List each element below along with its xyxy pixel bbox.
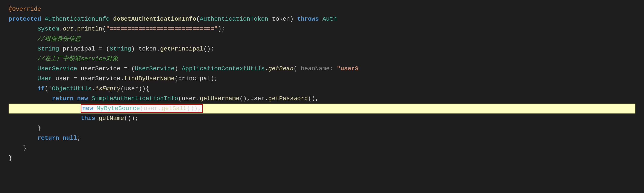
method-name: doGetAuthenticationInfo <box>113 16 196 22</box>
simpleauth-class: SimpleAuthenticationInfo <box>92 95 178 102</box>
new-keyword-2: new <box>82 105 96 112</box>
dot4: . <box>92 85 95 92</box>
param-hint: beanName: <box>301 65 337 72</box>
comment-2-italic: service <box>81 56 106 62</box>
param-type-1: AuthenticationToken <box>200 16 272 22</box>
params-open: ( <box>196 16 200 22</box>
code-line-10: return new SimpleAuthenticationInfo(user… <box>8 94 636 104</box>
code-line-3: System.out.println("====================… <box>8 24 636 34</box>
var-user: user = userService. <box>56 75 124 82</box>
paren-close: ); <box>218 26 225 32</box>
string-equals: "=============================" <box>106 26 218 32</box>
comment-2: //在工厂中获取 <box>37 56 81 62</box>
dot3: . <box>265 65 268 72</box>
getname-method: getName <box>99 115 124 122</box>
if-keyword: if <box>37 85 45 92</box>
getusername-method: getUsername <box>200 95 240 102</box>
code-line-11: new MyByteSource(user.getSalt()), <box>8 104 636 113</box>
code-line-15: } <box>8 143 636 153</box>
comment-1: //根据身份信息 <box>37 36 81 42</box>
this-keyword: this <box>81 115 95 122</box>
cast-string: String <box>110 46 131 52</box>
new-keyword-1: new <box>77 95 92 102</box>
parens: (); <box>203 46 214 52</box>
code-line-12: this.getName()); <box>8 113 636 123</box>
string-type: String <box>37 46 63 52</box>
args-sep2: (), <box>308 95 319 102</box>
return-type: AuthenticationInfo <box>45 16 113 22</box>
brace-close-1: } <box>37 125 41 131</box>
null-keyword: null <box>63 135 77 141</box>
appcontextutils-class: ApplicationContextUtils <box>182 65 265 72</box>
var-userservice: userService = ( <box>81 65 135 72</box>
red-box-highlight: new MyByteSource(user.getSalt()), <box>81 104 203 113</box>
code-line-7: UserService userService = (UserService) … <box>8 64 636 74</box>
semicolon-2: ; <box>77 135 81 141</box>
code-line-14: return null; <box>8 133 636 143</box>
comment-2-end: 对象 <box>106 56 118 62</box>
code-line-13: } <box>8 123 636 133</box>
bean-name-str: "userS <box>337 65 358 72</box>
out-field: out <box>63 26 74 32</box>
code-line-4: //根据身份信息 <box>8 34 636 44</box>
args-sep1: (),user. <box>239 95 268 102</box>
dot5: . <box>95 115 99 122</box>
return-keyword: return <box>52 95 77 102</box>
code-line-6: //在工厂中获取service对象 <box>8 54 636 64</box>
if-open: (! <box>45 85 52 92</box>
brace-close-3: } <box>8 155 12 161</box>
code-line-9: if(!ObjectUtils.isEmpty(user)){ <box>8 84 636 94</box>
annotation-override: @Override <box>8 6 41 13</box>
objectutils-class: ObjectUtils <box>52 85 92 92</box>
param-name-1: token) <box>272 16 297 22</box>
getpassword-method: getPassword <box>268 95 308 102</box>
cast-close: ) token. <box>131 46 160 52</box>
code-line-8: User user = userService.findByUserName(p… <box>8 74 636 84</box>
getname-close: ()); <box>124 115 138 122</box>
simpleauth-args: (user. <box>178 95 200 102</box>
mybytesource-close: ()), <box>187 105 201 112</box>
mybytesource-class: MyByteSource <box>96 105 140 112</box>
mybytesource-open: (user. <box>140 105 162 112</box>
findbyusername-args: (principal); <box>174 75 218 82</box>
return-keyword-2: return <box>37 135 63 141</box>
var-principal: principal = ( <box>63 46 110 52</box>
getprincipal-method: getPrincipal <box>160 46 204 52</box>
println-method: println <box>77 26 102 32</box>
throws-type: Auth <box>322 16 337 22</box>
getbean-method: getBean <box>268 65 294 72</box>
system-class: System <box>37 26 59 32</box>
getbean-open: ( <box>294 65 301 72</box>
cast-close2: ) <box>174 65 182 72</box>
findbyusername-method: findByUserName <box>124 75 174 82</box>
paren-open: ( <box>102 26 106 32</box>
throws-keyword: throws <box>297 16 322 22</box>
code-line-5: String principal = (String) token.getPri… <box>8 44 636 54</box>
userservice-type: UserService <box>37 65 81 72</box>
dot2: . <box>74 26 77 32</box>
isempty-args: (user)){ <box>120 85 149 92</box>
cast-userservice: UserService <box>135 65 174 72</box>
user-type: User <box>37 75 56 82</box>
keyword-protected: protected <box>8 16 45 22</box>
isempty-method: isEmpty <box>95 85 120 92</box>
code-line-2: protected AuthenticationInfo doGetAuthen… <box>8 14 636 24</box>
brace-close-2: } <box>23 145 26 151</box>
getsalt-method: getSalt <box>162 105 187 112</box>
code-line-16: } <box>8 153 636 163</box>
code-line-1: @Override <box>8 4 636 14</box>
dot1: . <box>59 26 63 32</box>
code-editor: @Override protected AuthenticationInfo d… <box>0 0 644 193</box>
